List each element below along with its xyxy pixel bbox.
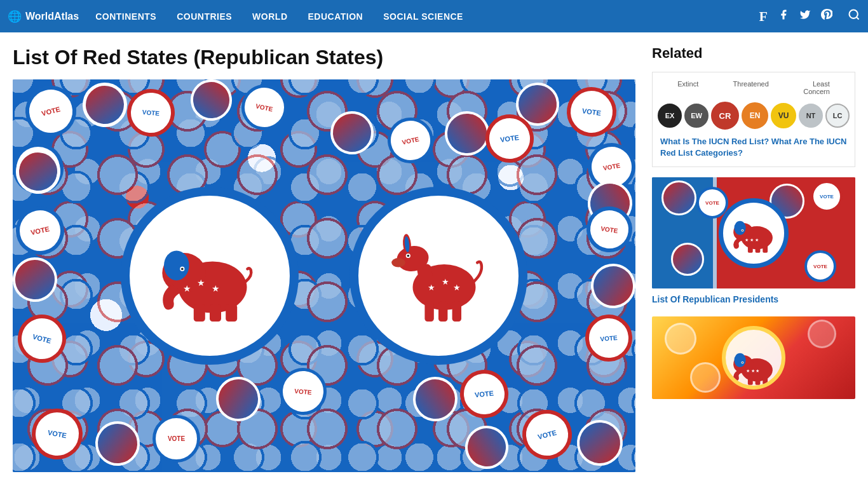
header: 🌐 WorldAtlas CONTINENTS COUNTRIES WORLD … [0,0,868,32]
pinterest-icon[interactable] [821,9,832,24]
related-card-1: VOTE VOTE VOTE [652,177,855,306]
logo[interactable]: 🌐 WorldAtlas [8,10,79,24]
republican-circle: ★ ★ ★ [121,187,299,365]
svg-point-38 [734,353,745,367]
svg-point-40 [742,362,743,363]
related-card-1-title[interactable]: List Of Republican Presidents [652,294,855,306]
iucn-nt-circle: NT [799,104,823,128]
nav-bar: CONTINENTS COUNTRIES WORLD EDUCATION SOC… [85,0,759,32]
nav-item-continents[interactable]: CONTINENTS [85,0,166,32]
svg-point-31 [742,230,743,231]
svg-text:★: ★ [453,283,461,292]
svg-rect-22 [438,302,447,322]
svg-point-0 [850,10,858,18]
nav-item-social-science[interactable]: SOCIAL SCIENCE [373,0,473,32]
iucn-circles-row: EX EW CR EN VU NT LC [658,102,850,130]
iucn-top-labels: Extinct Threatened LeastConcern [660,80,847,95]
donkey-svg: ★ ★ ★ [381,225,496,327]
svg-rect-43 [763,377,768,385]
svg-rect-33 [756,245,761,253]
svg-text:★ ★ ★: ★ ★ ★ [745,238,759,242]
page-title: List Of Red States (Republican States) [13,45,637,69]
least-concern-label: LeastConcern [803,80,830,95]
elephant-svg: ★ ★ ★ [153,228,267,323]
svg-point-29 [734,221,745,235]
extinct-label: Extinct [677,80,698,95]
svg-text:★ ★ ★: ★ ★ ★ [746,369,760,373]
logo-text: WorldAtlas [25,11,79,22]
svg-line-1 [857,17,859,20]
democrat-circle: ★ ★ ★ [349,187,527,365]
iucn-ex-circle: EX [658,104,682,128]
related-card-1-image: VOTE VOTE VOTE [652,177,855,288]
nav-item-countries[interactable]: COUNTRIES [166,0,242,32]
svg-rect-21 [424,302,433,322]
svg-rect-9 [226,304,237,322]
nav-item-world[interactable]: WORLD [242,0,297,32]
sidebar: Related Extinct Threatened LeastConcern [652,45,855,472]
nav-item-education[interactable]: EDUCATION [298,0,374,32]
hero-image: VOTE VOTE VOTE VOTE VOTE VOTE VOTE [13,79,635,472]
svg-text:★: ★ [442,278,449,287]
svg-text:★: ★ [212,284,220,294]
content-area: List Of Red States (Republican States) V… [13,45,637,472]
flipboard-icon[interactable]: F [759,8,768,25]
svg-text:★: ★ [197,278,205,288]
svg-rect-8 [210,304,221,322]
twitter-icon[interactable] [799,9,811,24]
iucn-card: Extinct Threatened LeastConcern EX EW CR… [652,72,855,167]
svg-text:★: ★ [183,284,191,294]
svg-point-4 [164,251,189,281]
svg-point-6 [181,268,184,271]
svg-rect-7 [194,304,205,322]
iucn-ew-circle: EW [684,104,709,128]
svg-point-18 [391,258,405,267]
iucn-scale: Extinct Threatened LeastConcern EX EW CR… [660,80,847,130]
svg-rect-41 [748,377,753,385]
main-container: List Of Red States (Republican States) V… [0,32,868,472]
iucn-vu-circle: VU [771,103,796,128]
svg-rect-32 [748,245,753,253]
svg-rect-34 [763,245,768,253]
iucn-cr-circle: CR [711,102,739,130]
svg-rect-23 [452,302,461,322]
related-card-2: ★ ★ ★ [652,316,855,399]
related-card-2-image: ★ ★ ★ [652,316,855,399]
svg-rect-42 [756,377,761,385]
svg-point-20 [407,255,410,257]
iucn-lc-circle: LC [825,104,850,128]
social-icons-bar: F [759,8,860,25]
globe-icon: 🌐 [8,10,22,24]
threatened-label: Threatened [733,80,769,95]
iucn-link[interactable]: What Is The IUCN Red List? What Are The … [660,136,847,159]
search-button[interactable] [848,8,860,24]
facebook-icon[interactable] [778,9,789,24]
svg-text:★: ★ [428,283,435,292]
iucn-en-circle: EN [742,102,768,129]
hero-background: VOTE VOTE VOTE VOTE VOTE VOTE VOTE [13,79,635,472]
related-title: Related [652,45,855,62]
